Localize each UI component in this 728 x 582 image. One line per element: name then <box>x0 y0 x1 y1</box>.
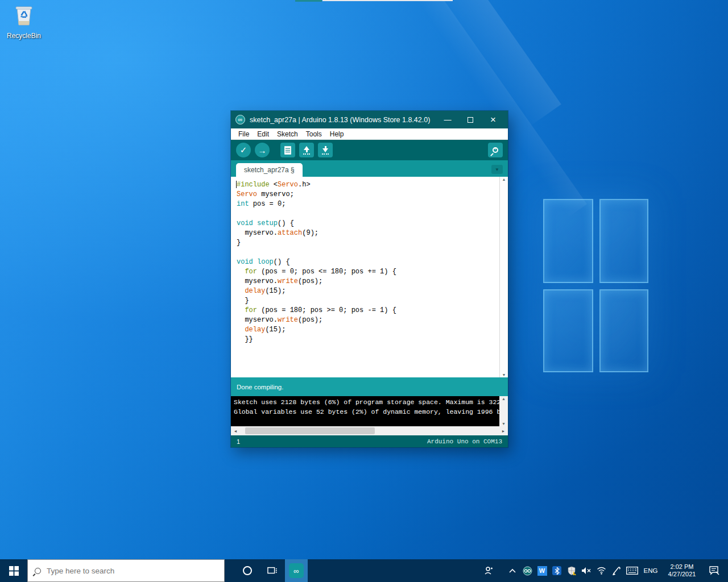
open-icon <box>303 146 310 155</box>
menu-sketch[interactable]: Sketch <box>273 128 302 140</box>
tab-strip: sketch_apr27a § ▼ <box>231 160 508 177</box>
menu-bar: FileEditSketchToolsHelp <box>231 128 508 140</box>
desktop: RecycleBin ∞ sketch_apr27a | Arduino 1.8… <box>0 0 728 582</box>
speaker-muted-icon <box>581 567 592 575</box>
task-view-button[interactable] <box>260 559 285 582</box>
code-line: myservo.write(pos); <box>237 315 499 325</box>
action-center-icon <box>709 566 719 575</box>
tray-touch-keyboard-icon[interactable] <box>623 559 640 582</box>
code-line: void loop() { <box>237 257 499 267</box>
language-indicator[interactable]: ENG <box>640 567 661 574</box>
toolbar: ✓ → <box>231 140 508 160</box>
code-line: myservo.attach(9); <box>237 228 499 238</box>
cursor-line-number: 1 <box>237 438 240 445</box>
windows-logo-pane <box>543 289 593 372</box>
tab-sketch-apr27a[interactable]: sketch_apr27a § <box>236 163 303 177</box>
arduino-app-icon: ∞ <box>289 563 304 578</box>
window-title: sketch_apr27a | Arduino 1.8.13 (Windows … <box>250 116 436 124</box>
tray-pen-icon[interactable] <box>609 559 623 582</box>
recycle-bin-shortcut[interactable]: RecycleBin <box>3 3 44 40</box>
horizontal-scroll-thumb[interactable] <box>245 427 375 434</box>
wallpaper-windows-logo <box>543 199 650 375</box>
console-vertical-scrollbar[interactable]: ▲ ▼ <box>499 396 508 426</box>
tray-volume-icon[interactable] <box>579 559 594 582</box>
code-line: int pos = 0; <box>237 199 499 209</box>
bluetooth-icon <box>552 566 561 575</box>
taskbar-app-arduino[interactable]: ∞ <box>285 559 308 582</box>
editor-vertical-scrollbar[interactable]: ▲ ▼ <box>499 177 508 377</box>
verify-button[interactable]: ✓ <box>236 143 251 157</box>
minimize-button[interactable]: — <box>436 111 459 128</box>
taskbar-clock[interactable]: 2:02 PM 4/27/2021 <box>661 563 703 578</box>
wifi-icon <box>597 567 606 575</box>
recycle-bin-label: RecycleBin <box>3 32 44 40</box>
tray-security-icon[interactable] <box>564 559 579 582</box>
system-tray: W <box>481 559 728 582</box>
titlebar[interactable]: ∞ sketch_apr27a | Arduino 1.8.13 (Window… <box>231 111 508 128</box>
code-line: delay(15); <box>237 325 499 335</box>
serial-monitor-button[interactable] <box>488 143 503 157</box>
console-horizontal-scrollbar[interactable]: ◄ ► <box>231 426 508 435</box>
wallpaper-light-beam <box>235 0 561 127</box>
windows-logo-pane <box>599 199 648 283</box>
start-button[interactable] <box>0 559 27 582</box>
search-icon <box>35 568 41 574</box>
console-text[interactable]: Sketch uses 2128 bytes (6%) of program s… <box>231 396 499 426</box>
offscreen-window-edge-white <box>322 0 453 1</box>
menu-file[interactable]: File <box>234 128 253 140</box>
keyboard-icon <box>626 567 638 575</box>
compile-status-text: Done compiling. <box>237 384 283 390</box>
show-hidden-icons-button[interactable] <box>505 559 520 582</box>
console-line: Global variables use 52 bytes (2%) of dy… <box>234 408 499 417</box>
new-sketch-button[interactable] <box>280 143 295 157</box>
code-line: delay(15); <box>237 286 499 296</box>
menu-edit[interactable]: Edit <box>253 128 273 140</box>
serial-monitor-icon <box>493 147 498 153</box>
tray-network-icon[interactable] <box>594 559 609 582</box>
scroll-left-icon[interactable]: ◄ <box>231 429 240 433</box>
menu-help[interactable]: Help <box>326 128 348 140</box>
board-port-label: Arduino Uno on COM13 <box>427 438 502 445</box>
console-line: Sketch uses 2128 bytes (6%) of program s… <box>234 398 499 408</box>
console-output[interactable]: Sketch uses 2128 bytes (6%) of program s… <box>231 396 508 426</box>
code-line: myservo.write(pos); <box>237 277 499 286</box>
scroll-right-icon[interactable]: ► <box>499 429 508 433</box>
chevron-up-icon <box>509 568 516 573</box>
scroll-down-icon[interactable]: ▼ <box>502 422 506 426</box>
people-button[interactable] <box>481 559 496 582</box>
offscreen-window-edge-teal <box>295 0 322 2</box>
maximize-button[interactable] <box>459 111 482 128</box>
tray-bluetooth-icon[interactable] <box>549 559 564 582</box>
code-line: for (pos = 180; pos >= 0; pos -= 1) { <box>237 306 499 315</box>
taskbar-search[interactable] <box>27 559 225 582</box>
tray-arduino-icon[interactable] <box>520 559 535 582</box>
horizontal-scroll-track[interactable] <box>240 426 499 435</box>
action-center-button[interactable] <box>703 559 726 582</box>
task-view-icon <box>267 566 278 575</box>
windows-start-icon <box>9 566 19 576</box>
menu-tools[interactable]: Tools <box>302 128 326 140</box>
recycle-bin-icon <box>11 20 36 30</box>
scroll-down-icon[interactable]: ▼ <box>502 373 506 377</box>
code-line: #include <Servo.h> <box>237 180 499 190</box>
code-line: } <box>237 296 499 306</box>
people-icon <box>484 566 494 575</box>
search-input[interactable] <box>47 567 206 575</box>
new-document-icon <box>284 146 291 155</box>
tab-dropdown-button[interactable]: ▼ <box>491 165 503 174</box>
open-button[interactable] <box>299 143 314 157</box>
windows-ink-pen-icon <box>612 567 621 575</box>
save-button[interactable] <box>318 143 333 157</box>
cortana-button[interactable] <box>235 559 260 582</box>
defender-shield-icon <box>567 566 577 576</box>
upload-button[interactable]: → <box>255 143 270 157</box>
close-button[interactable]: × <box>482 111 504 128</box>
compile-status-bar: Done compiling. <box>231 377 508 396</box>
tray-waves-audio-icon[interactable]: W <box>535 559 549 582</box>
code-area[interactable]: #include <Servo.h>Servo myservo;int pos … <box>231 177 499 377</box>
clock-time: 2:02 PM <box>661 563 703 571</box>
window-status-bar: 1 Arduino Uno on COM13 <box>231 435 508 447</box>
code-editor[interactable]: #include <Servo.h>Servo myservo;int pos … <box>231 177 508 377</box>
scroll-up-icon[interactable]: ▲ <box>502 177 506 181</box>
scroll-up-icon[interactable]: ▲ <box>502 397 506 401</box>
